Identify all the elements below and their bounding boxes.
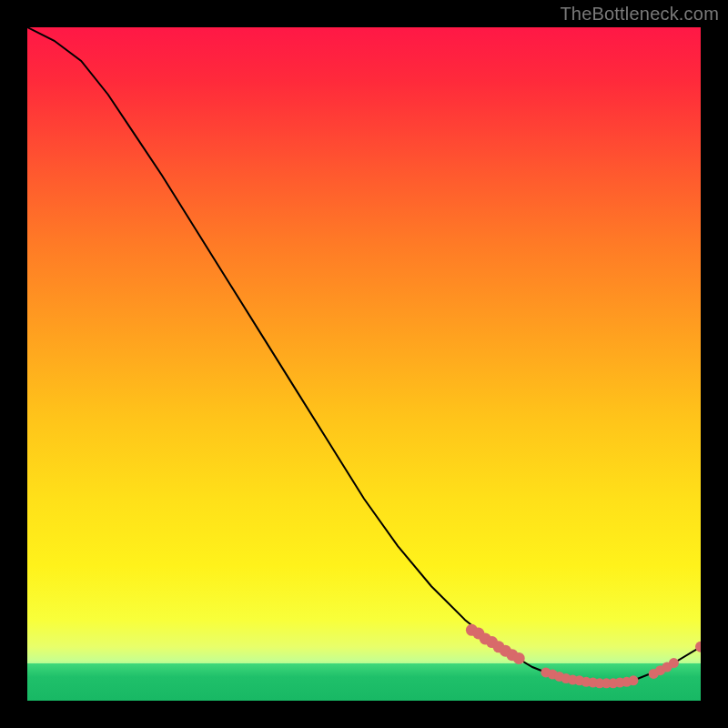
bottleneck-curve	[27, 27, 701, 684]
curve-svg	[27, 27, 701, 701]
chart-container: TheBottleneck.com	[0, 0, 728, 728]
attribution-label: TheBottleneck.com	[560, 4, 719, 25]
data-point	[669, 658, 679, 668]
data-point	[513, 652, 525, 664]
data-point	[629, 675, 639, 685]
plot-area	[27, 27, 701, 701]
data-markers	[466, 624, 701, 689]
